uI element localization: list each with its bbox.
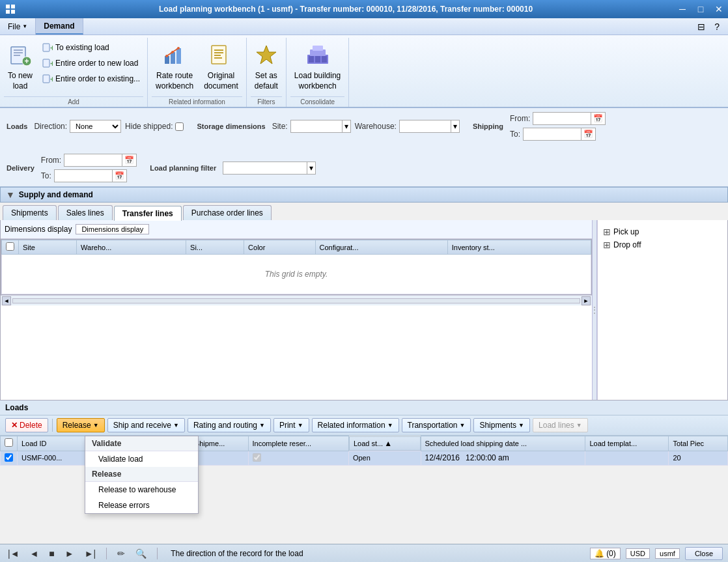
delivery-to-input[interactable] — [54, 169, 113, 182]
nav-first-button[interactable]: |◄ — [5, 547, 22, 560]
shipping-from-input[interactable] — [533, 112, 591, 125]
loads-filter-label: Loads — [7, 122, 27, 130]
minimize-button[interactable]: ─ — [673, 0, 692, 18]
tab-sales-lines[interactable]: Sales lines — [58, 205, 113, 220]
shipping-from-cal-btn[interactable]: 📅 — [591, 112, 606, 125]
supply-h-scrollbar[interactable]: ◄ ► — [1, 295, 592, 305]
original-doc-button[interactable]: Originaldocument — [200, 40, 242, 94]
validate-load-item[interactable]: Validate load — [85, 451, 198, 467]
ribbon-group-add-content: + To newload + To existing load + Entire… — [4, 40, 143, 94]
filter-record-button[interactable]: 🔍 — [133, 547, 149, 560]
rate-route-icon — [163, 43, 186, 70]
hide-shipped-checkbox[interactable] — [175, 122, 184, 131]
shipping-label: Shipping — [473, 122, 503, 130]
transportation-button[interactable]: Transportation ▼ — [402, 418, 471, 432]
load-planning-filter-dropdown-btn[interactable]: ▾ — [307, 162, 316, 175]
shipping-to-field: To: 📅 — [510, 128, 606, 141]
load-planning-filter-input[interactable] — [223, 162, 307, 175]
nav-stop-button[interactable]: ■ — [46, 547, 57, 560]
dropoff-label: Drop off — [613, 240, 641, 249]
close-button[interactable]: Close — [685, 547, 723, 560]
supply-col-color: Color — [244, 240, 315, 255]
ship-receive-button[interactable]: Ship and receive ▼ — [107, 418, 185, 432]
supply-toggle-icon: ▼ — [6, 190, 15, 200]
site-field: Site: ▾ — [272, 120, 351, 133]
delivery-to-cal-btn[interactable]: 📅 — [113, 169, 127, 182]
delivery-from-input[interactable] — [64, 154, 122, 167]
rating-routing-label: Rating and routing — [193, 421, 257, 430]
nav-prev-button[interactable]: ◄ — [27, 547, 42, 560]
bell-icon: 🔔 — [595, 549, 604, 558]
site-input[interactable] — [290, 120, 343, 133]
scroll-right-btn[interactable]: ► — [581, 296, 591, 305]
notification-badge[interactable]: 🔔 (0) — [590, 548, 621, 559]
supply-section-header[interactable]: ▼ Supply and demand — [0, 187, 728, 203]
direction-select[interactable]: None Inbound Outbound — [70, 120, 121, 133]
loads-row-shipments: 0 — [190, 451, 248, 465]
warehouse-dropdown-btn[interactable]: ▾ — [451, 120, 460, 133]
svg-rect-5 — [14, 49, 23, 51]
shipping-to-input[interactable] — [523, 128, 581, 141]
dim-display-button[interactable]: Dimensions display — [76, 224, 149, 234]
related-info-button[interactable]: Related information ▼ — [312, 418, 399, 432]
warehouse-field: Warehouse: ▾ — [355, 120, 460, 133]
maximize-button[interactable]: □ — [692, 0, 710, 18]
tab-purchase-order-lines[interactable]: Purchase order lines — [183, 205, 272, 220]
loads-row-load-id: USMF-000... — [18, 451, 91, 465]
nav-next-button[interactable]: ► — [63, 547, 77, 560]
entire-order-existing-button[interactable]: + Entire order to existing... — [39, 72, 143, 86]
nav-last-button[interactable]: ►| — [82, 547, 99, 560]
release-button[interactable]: Release ▼ — [57, 418, 105, 432]
loads-row-checkbox[interactable] — [5, 453, 13, 462]
entire-order-new-button[interactable]: + Entire order to new load — [39, 56, 143, 70]
tab-shipments[interactable]: Shipments — [3, 205, 57, 220]
svg-rect-23 — [214, 49, 223, 51]
set-default-button[interactable]: Set asdefault — [251, 40, 282, 94]
loads-row-status: Open — [348, 451, 421, 465]
svg-rect-26 — [214, 57, 222, 59]
delivery-from-cal-btn[interactable]: 📅 — [122, 154, 137, 167]
file-menu[interactable]: File ▼ — [0, 18, 36, 35]
pickup-panel: ⊞ Pick up ⊞ Drop off — [597, 220, 727, 400]
rate-route-button[interactable]: Rate routeworkbench — [152, 40, 197, 94]
main-content: + To newload + To existing load + Entire… — [0, 35, 728, 544]
to-new-load-button[interactable]: + To newload — [4, 40, 36, 94]
release-to-warehouse-item[interactable]: Release to warehouse — [85, 482, 198, 498]
ribbon-group-related-content: Rate routeworkbench Originaldocument — [152, 40, 242, 94]
load-building-button[interactable]: Load buildingworkbench — [290, 40, 344, 94]
dropoff-item[interactable]: ⊞ Drop off — [603, 238, 722, 251]
scroll-left-btn[interactable]: ◄ — [2, 296, 11, 305]
window-controls[interactable]: ─ □ ✕ — [673, 0, 728, 18]
print-button[interactable]: Print ▼ — [273, 418, 309, 432]
rating-routing-button[interactable]: Rating and routing ▼ — [188, 418, 271, 432]
delivery-to-field: To: 📅 — [41, 169, 137, 182]
pickup-item[interactable]: ⊞ Pick up — [603, 225, 722, 238]
validate-section-header: Validate — [85, 436, 198, 451]
edit-button[interactable]: ✏ — [115, 547, 128, 560]
loads-row-incomplete-checkbox — [253, 453, 261, 462]
window-close-button[interactable]: ✕ — [710, 0, 728, 18]
supply-select-all-checkbox[interactable] — [6, 242, 14, 251]
status-message: The direction of the record for the load — [171, 549, 585, 558]
loads-grid-area: Load ID Validate load li... Shipme... In… — [0, 436, 728, 544]
svg-rect-3 — [11, 10, 15, 14]
delete-button[interactable]: ✕ Delete — [5, 418, 48, 432]
rate-route-label: Rate routeworkbench — [156, 71, 193, 91]
help-button[interactable]: ? — [711, 20, 723, 34]
original-doc-icon — [209, 43, 232, 70]
loads-col-scheduled-date: Scheduled load shipping date ... — [421, 436, 585, 451]
load-lines-button[interactable]: Load lines ▼ — [533, 418, 588, 432]
shipments-button[interactable]: Shipments ▼ — [473, 418, 530, 432]
layout-button[interactable]: ⊟ — [694, 20, 708, 34]
vertical-splitter[interactable]: ⋮ — [592, 220, 597, 400]
warehouse-input[interactable] — [399, 120, 451, 133]
release-errors-item[interactable]: Release errors — [85, 498, 198, 513]
loads-select-all-checkbox[interactable] — [5, 438, 13, 447]
site-dropdown-btn[interactable]: ▾ — [343, 120, 351, 133]
to-existing-load-button[interactable]: + To existing load — [39, 40, 143, 55]
demand-menu[interactable]: Demand — [36, 18, 83, 35]
transportation-dropdown-arrow: ▼ — [459, 422, 465, 429]
print-dropdown-arrow: ▼ — [298, 422, 303, 429]
shipping-to-cal-btn[interactable]: 📅 — [581, 128, 596, 141]
tab-transfer-lines[interactable]: Transfer lines — [114, 206, 182, 221]
